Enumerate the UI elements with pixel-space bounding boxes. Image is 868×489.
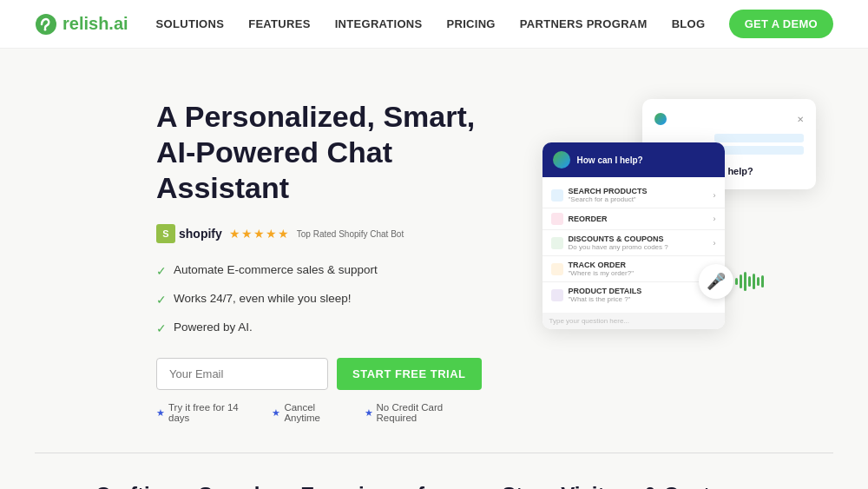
menu-item-track[interactable]: TRACK ORDER "Where is my order?" › xyxy=(542,256,725,282)
menu-header: How can I help? xyxy=(542,142,725,177)
wave-1 xyxy=(735,278,738,285)
nav-link-solutions[interactable]: SOLUTIONS xyxy=(156,17,225,30)
shopify-label: shopify xyxy=(179,227,222,241)
logo-icon xyxy=(35,13,57,36)
wave-4 xyxy=(748,276,751,287)
perk-star-1: ★ xyxy=(156,407,165,419)
nav-link-blog[interactable]: BLOG xyxy=(672,17,706,30)
shopify-logo: S shopify xyxy=(156,224,222,243)
email-row: START FREE TRIAL xyxy=(156,358,482,390)
perk-star-3: ★ xyxy=(365,407,373,419)
perk-1: ★ Try it free for 14 days xyxy=(156,402,258,423)
wave-5 xyxy=(753,274,755,289)
shopify-badge: S shopify ★★★★★ Top Rated Shopify Chat B… xyxy=(156,224,482,243)
check-icon-3: ✓ xyxy=(156,320,167,338)
nav-link-integrations[interactable]: INTEGRATIONS xyxy=(335,17,423,30)
nav-link-partners[interactable]: PARTNERS PROGRAM xyxy=(520,17,648,30)
svg-point-0 xyxy=(36,14,56,35)
menu-item-product-label: PRODUCT DETAILS xyxy=(569,287,642,295)
hero-title: A Personalized, Smart, AI-Powered Chat A… xyxy=(156,99,482,205)
wave-7 xyxy=(761,275,764,287)
badge-subtitle: Top Rated Shopify Chat Bot xyxy=(297,229,404,239)
menu-items: SEARCH PRODUCTS "Search for a product" ›… xyxy=(542,177,725,313)
menu-item-discount-sub: Do you have any promo codes ? xyxy=(569,243,708,251)
perk-3: ★ No Credit Card Required xyxy=(365,402,482,423)
track-order-icon xyxy=(551,263,563,275)
hero-left: A Personalized, Smart, AI-Powered Chat A… xyxy=(156,90,482,423)
chat-header: ✕ xyxy=(654,113,804,125)
perk-2: ★ Cancel Anytime xyxy=(272,402,350,423)
menu-item-product-details[interactable]: PRODUCT DETAILS "What is the price ?" › xyxy=(542,282,725,307)
start-trial-button[interactable]: START FREE TRIAL xyxy=(337,358,482,390)
arrow-icon-3: › xyxy=(713,239,716,248)
sound-waves xyxy=(735,271,764,292)
menu-item-search-sub: "Search for a product" xyxy=(569,195,708,203)
menu-item-product-sub: "What is the price ?" xyxy=(569,295,708,303)
feature-item-3: ✓ Powered by AI. xyxy=(156,320,482,338)
get-demo-button[interactable]: GET A DEMO xyxy=(729,10,833,38)
star-rating: ★★★★★ xyxy=(229,227,290,241)
check-icon-1: ✓ xyxy=(156,263,167,281)
menu-item-track-label: TRACK ORDER xyxy=(569,261,627,269)
check-icon-2: ✓ xyxy=(156,292,167,309)
discount-icon xyxy=(551,237,563,249)
logo-text: relish.ai xyxy=(62,14,128,34)
reorder-icon xyxy=(551,213,563,225)
arrow-icon-2: › xyxy=(713,215,716,223)
menu-item-reorder[interactable]: REORDER › xyxy=(542,208,725,230)
bottom-section: Crafting a Seamless Experience for your … xyxy=(0,462,868,489)
close-icon[interactable]: ✕ xyxy=(797,115,804,124)
logo[interactable]: relish.ai xyxy=(35,13,128,36)
search-product-icon xyxy=(551,189,563,202)
mic-bubble[interactable]: 🎤 xyxy=(699,264,733,299)
feature-item-2: ✓ Works 24/7, even while you sleep! xyxy=(156,291,482,309)
nav-link-pricing[interactable]: PRICING xyxy=(447,17,496,30)
bot-avatar-top xyxy=(654,113,667,125)
wave-6 xyxy=(757,277,760,286)
hero-right: ✕ How can I help? How can I help? xyxy=(534,90,833,368)
menu-item-search-label: SEARCH PRODUCTS xyxy=(569,187,648,195)
menu-item-discounts[interactable]: DISCOUNTS & COUPONS Do you have any prom… xyxy=(542,230,725,256)
chat-window-menu: How can I help? SEARCH PRODUCTS "Search … xyxy=(542,142,725,329)
email-input[interactable] xyxy=(156,358,328,390)
menu-item-reorder-label: REORDER xyxy=(569,215,608,223)
product-details-icon xyxy=(551,289,563,301)
wave-2 xyxy=(740,274,742,288)
features-list: ✓ Automate E-commerce sales & support ✓ … xyxy=(156,262,482,337)
bottom-title: Crafting a Seamless Experience for your … xyxy=(35,483,833,489)
menu-item-track-sub: "Where is my order?" xyxy=(569,269,708,277)
chat-input-bar: Type your question here... xyxy=(542,313,725,329)
shopify-icon: S xyxy=(156,224,175,243)
microphone-icon: 🎤 xyxy=(707,272,726,291)
menu-bot-avatar xyxy=(553,151,570,169)
menu-item-search[interactable]: SEARCH PRODUCTS "Search for a product" › xyxy=(542,182,725,208)
feature-item-1: ✓ Automate E-commerce sales & support xyxy=(156,262,482,281)
menu-bot-question: How can I help? xyxy=(577,155,643,165)
wave-3 xyxy=(744,272,746,291)
navbar: relish.ai SOLUTIONS FEATURES INTEGRATION… xyxy=(0,0,868,49)
section-divider xyxy=(35,453,833,453)
svg-point-1 xyxy=(44,28,47,30)
menu-item-discount-label: DISCOUNTS & COUPONS xyxy=(569,235,664,243)
nav-link-features[interactable]: FEATURES xyxy=(248,17,311,30)
perk-star-2: ★ xyxy=(272,407,280,419)
hero-section: A Personalized, Smart, AI-Powered Chat A… xyxy=(0,49,868,444)
nav-links: SOLUTIONS FEATURES INTEGRATIONS PRICING … xyxy=(156,17,729,30)
arrow-icon-1: › xyxy=(713,191,716,200)
perks-row: ★ Try it free for 14 days ★ Cancel Anyti… xyxy=(156,402,482,423)
